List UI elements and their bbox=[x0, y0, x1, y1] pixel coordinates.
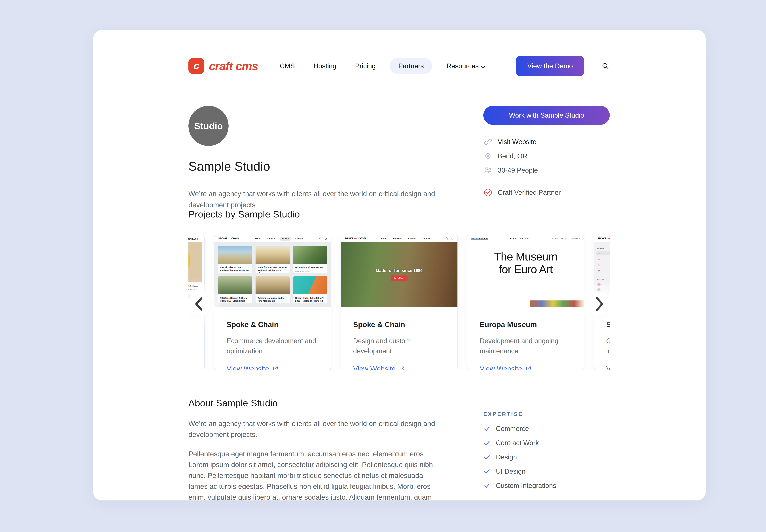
check-icon bbox=[483, 454, 491, 461]
search-icon[interactable] bbox=[601, 62, 610, 70]
project-card-europa-museum[interactable]: europa.museum EXHIBITIONS / VISIT NEWS A… bbox=[467, 235, 584, 370]
about-heading: About Sample Studio bbox=[188, 398, 458, 408]
museum-hero: The Museum for Euro Art bbox=[468, 242, 584, 307]
article-image bbox=[293, 246, 327, 264]
mini-search-icon bbox=[445, 237, 448, 240]
project-card-spoke-home[interactable]: SPOKE CHAIN Bikes Services Articles Cont… bbox=[340, 235, 458, 370]
carousel-track: CONTACT ROBERT DELAUNAY 11.19 — 07.25 SP… bbox=[188, 235, 610, 370]
mini-article-grid: Electric Bike Action Reviews the Pine Mo… bbox=[214, 242, 331, 307]
studio-meta-list: Visit Website Bend, OR 30-49 People Craf… bbox=[483, 135, 611, 200]
nav-item-hosting[interactable]: Hosting bbox=[309, 58, 341, 74]
external-link-icon bbox=[272, 366, 278, 370]
mini-nav-contact: Contact bbox=[421, 237, 431, 241]
expertise-item: UI Design bbox=[483, 464, 611, 478]
project-description: Design and custom development bbox=[353, 336, 445, 356]
bike-category-row: ∞ bbox=[597, 269, 610, 273]
mini-cart-icon bbox=[451, 237, 454, 240]
project-title: Europa Museum bbox=[480, 320, 572, 329]
delaunay-painting-image bbox=[188, 242, 202, 282]
view-website-link[interactable]: View Website bbox=[226, 365, 319, 370]
carousel-next-button[interactable] bbox=[588, 292, 610, 315]
page-title: Sample Studio bbox=[188, 159, 449, 174]
article-image bbox=[218, 246, 252, 264]
site-header: c craft cms CMS Hosting Pricing Partners… bbox=[188, 51, 610, 81]
studio-profile: Studio Sample Studio We’re an agency tha… bbox=[188, 106, 449, 210]
mini-nav-articles: Articles bbox=[407, 237, 417, 241]
article-image bbox=[255, 246, 290, 264]
exhibit-dates-label: 11.19 — 07.25 bbox=[188, 287, 204, 291]
brand-wordmark: craft cms bbox=[209, 59, 258, 73]
project-title: Spoke & Chain bbox=[353, 320, 445, 329]
craft-cms-logo[interactable]: c craft cms bbox=[188, 58, 258, 74]
project-card-spoke-articles[interactable]: SPOKE CHAIN Bikes Services Articles Cont… bbox=[214, 235, 331, 370]
mini-nav-contact: Contact bbox=[294, 237, 305, 241]
mini-cart-icon bbox=[324, 237, 327, 240]
museum-artwork-image bbox=[530, 300, 584, 307]
check-icon bbox=[483, 439, 491, 446]
external-link-icon bbox=[526, 366, 532, 370]
chevron-right-icon bbox=[596, 297, 604, 311]
expertise-item: Contract Work bbox=[483, 436, 611, 450]
check-icon bbox=[483, 482, 491, 489]
project-description: Ecommerce development and optimization bbox=[226, 336, 319, 356]
spoke-chain-logo: SPOKE CHAIN bbox=[218, 237, 239, 240]
europa-museum-logo: europa.museum bbox=[472, 237, 488, 240]
project-title: Spoke & Chain bbox=[226, 320, 319, 329]
mini-search-icon bbox=[319, 237, 322, 240]
about-paragraph-2: Pellentesque eget magna fermentum, accum… bbox=[188, 449, 458, 500]
mini-site-nav: Bikes Services Articles Contact bbox=[366, 237, 445, 241]
check-icon bbox=[483, 425, 491, 432]
museum-heading: The Museum for Euro Art bbox=[468, 250, 584, 276]
mini-museum-header: europa.museum EXHIBITIONS / VISIT NEWS A… bbox=[468, 235, 584, 242]
mini-article: Rift Zone Carbon 2: One of Vital's Five,… bbox=[218, 276, 252, 304]
mini-lets-ride-button: Let's Ride! bbox=[391, 275, 408, 281]
nav-item-resources[interactable]: Resources bbox=[442, 58, 489, 74]
main-panel: c craft cms CMS Hosting Pricing Partners… bbox=[93, 30, 706, 500]
color-filter-label: COLOR bbox=[597, 279, 610, 281]
nav-item-partners[interactable]: Partners bbox=[390, 58, 432, 74]
spoke-chain-logo: SPOKE CHAIN bbox=[344, 237, 366, 240]
chevron-left-icon bbox=[195, 297, 203, 311]
projects-carousel: CONTACT ROBERT DELAUNAY 11.19 — 07.25 SP… bbox=[188, 235, 610, 370]
color-swatch bbox=[597, 288, 601, 292]
bike-category-row: ▲ bbox=[596, 251, 610, 255]
mini-nav-bikes: Bikes bbox=[380, 237, 388, 241]
gravel-bike-icon: ∞ bbox=[597, 269, 601, 272]
mini-article: Bikeradar's El Roy ReviewMARCH 22, 2025 bbox=[293, 246, 327, 273]
location-pin-icon bbox=[483, 152, 493, 160]
museum-nav-center: EXHIBITIONS / VISIT bbox=[488, 238, 552, 240]
bikes-filter-label: BIKES bbox=[597, 247, 610, 250]
website-row[interactable]: Visit Website bbox=[483, 135, 611, 149]
verified-row: Craft Verified Partner bbox=[483, 185, 611, 200]
mini-article: Made for Fun: Matt Jones & Red Bull Tell… bbox=[255, 246, 290, 273]
studio-sidebar: Work with Sample Studio Visit Website Be… bbox=[483, 106, 611, 200]
project-title: Spoke & Chain bbox=[606, 320, 610, 329]
verified-label: Craft Verified Partner bbox=[498, 189, 561, 196]
main-nav: CMS Hosting Pricing Partners Resources bbox=[258, 58, 507, 74]
road-bike-icon: ⌂ bbox=[597, 258, 601, 261]
mini-site-nav: Bikes Services Articles Contact bbox=[239, 237, 319, 241]
about-section: About Sample Studio We’re an agency that… bbox=[188, 398, 458, 500]
spoke-articles-screenshot: SPOKE CHAIN Bikes Services Articles Cont… bbox=[214, 235, 331, 307]
expertise-label: EXPERTISE bbox=[483, 411, 611, 417]
chevron-down-icon bbox=[481, 66, 485, 68]
visit-website-link[interactable]: Visit Website bbox=[498, 138, 537, 146]
view-website-link[interactable]: View Website bbox=[353, 365, 445, 370]
nav-item-cms[interactable]: CMS bbox=[275, 58, 299, 74]
chain-link-icon bbox=[607, 238, 610, 240]
mini-nav-bikes: Bikes bbox=[253, 237, 262, 241]
nav-item-pricing[interactable]: Pricing bbox=[350, 58, 380, 74]
mountain-bike-icon: ▲ bbox=[597, 252, 601, 255]
check-icon bbox=[483, 468, 491, 475]
view-demo-button[interactable]: View the Demo bbox=[516, 56, 584, 76]
work-with-studio-button[interactable]: Work with Sample Studio bbox=[483, 106, 610, 125]
external-link-icon bbox=[399, 366, 405, 370]
electric-bike-icon: ϟ bbox=[597, 264, 601, 267]
project-description: Development and ongoing maintenance bbox=[480, 336, 572, 356]
mini-site-header: SPOKE CHAIN Bikes Services Articles Cont… bbox=[214, 235, 331, 242]
view-website-link[interactable]: View Website bbox=[480, 365, 572, 370]
view-website-link[interactable]: View Website bbox=[606, 365, 610, 370]
bike-category-row: ⌂ bbox=[597, 257, 610, 261]
exhibit-artist-label: ROBERT DELAUNAY bbox=[188, 282, 204, 287]
mini-site-header: SPOKE CHAIN bbox=[594, 235, 610, 242]
